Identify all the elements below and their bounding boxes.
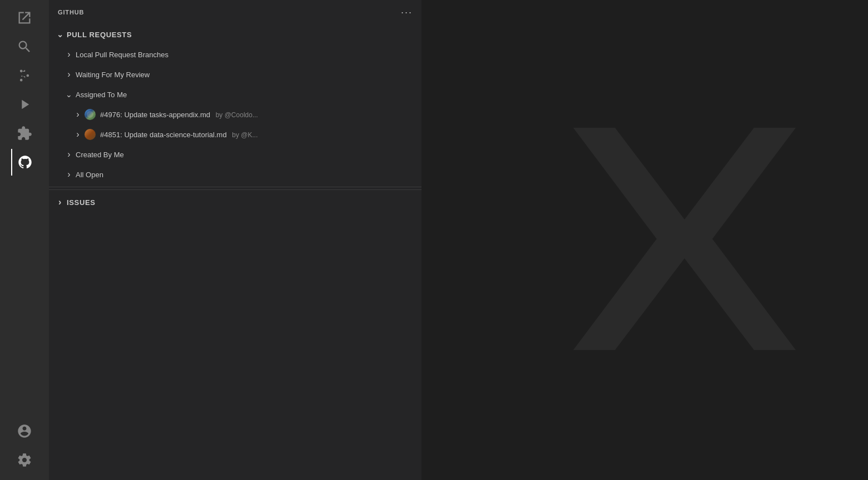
all-open-label: All Open — [76, 171, 417, 179]
activity-item-explorer[interactable] — [11, 4, 38, 31]
all-open-chevron — [65, 170, 73, 179]
sidebar-header: GITHUB ··· — [49, 0, 421, 24]
vscode-background-logo — [545, 100, 824, 380]
activity-item-github[interactable] — [11, 149, 38, 176]
created-by-me-label: Created By Me — [76, 151, 417, 159]
activity-item-run[interactable] — [11, 91, 38, 118]
tree-item-local-branches[interactable]: Local Pull Request Branches — [49, 44, 421, 64]
tree-item-pr-4851[interactable]: #4851: Update data-science-tutorial.md b… — [49, 124, 421, 144]
activity-item-accounts[interactable] — [11, 418, 38, 444]
svg-marker-0 — [573, 128, 796, 350]
pr-4976-title: Update tasks-appendix.md — [124, 111, 210, 119]
issues-section: ISSUES — [49, 189, 421, 214]
pr-4851-label: #4851: Update data-science-tutorial.md b… — [100, 131, 417, 139]
pull-requests-label: PULL REQUESTS — [67, 31, 132, 39]
local-branches-label: Local Pull Request Branches — [76, 51, 417, 59]
sidebar-more-actions[interactable]: ··· — [401, 7, 413, 18]
activity-item-extensions[interactable] — [11, 120, 38, 147]
pr-4851-by: by @K... — [232, 131, 257, 139]
pr-4851-chevron — [73, 130, 82, 139]
main-area — [421, 0, 868, 480]
activity-item-search[interactable] — [11, 33, 38, 60]
issues-label: ISSUES — [67, 198, 96, 207]
tree-item-waiting-review[interactable]: Waiting For My Review — [49, 64, 421, 84]
assigned-to-me-chevron — [65, 90, 73, 99]
pr-4976-by: by @Cooldo... — [216, 111, 258, 119]
waiting-review-label: Waiting For My Review — [76, 71, 417, 79]
local-branches-chevron — [65, 50, 73, 59]
tree-item-assigned-to-me[interactable]: Assigned To Me — [49, 84, 421, 104]
assigned-to-me-label: Assigned To Me — [76, 91, 417, 99]
activity-bar — [0, 0, 49, 480]
pr-4976-number: #4976 — [100, 111, 120, 119]
waiting-review-chevron — [65, 70, 73, 79]
pull-requests-section-header[interactable]: PULL REQUESTS — [49, 24, 421, 44]
created-by-me-chevron — [65, 150, 73, 159]
pr-4976-avatar — [85, 109, 96, 120]
tree-item-created-by-me[interactable]: Created By Me — [49, 144, 421, 164]
activity-item-source-control[interactable] — [11, 62, 38, 89]
sidebar-title: GITHUB — [58, 9, 84, 16]
pr-4976-chevron — [73, 110, 82, 119]
tree-item-pr-4976[interactable]: #4976: Update tasks-appendix.md by @Cool… — [49, 104, 421, 124]
pr-4851-avatar — [85, 129, 96, 140]
pr-4851-number: #4851 — [100, 131, 120, 139]
issues-section-header[interactable]: ISSUES — [49, 192, 421, 212]
sidebar-divider — [49, 187, 421, 187]
tree-container: PULL REQUESTS Local Pull Request Branche… — [49, 24, 421, 480]
pull-requests-chevron — [56, 30, 65, 39]
issues-chevron — [56, 198, 65, 207]
activity-item-settings[interactable] — [11, 447, 38, 473]
sidebar: GITHUB ··· PULL REQUESTS Local Pull Requ… — [49, 0, 421, 480]
pr-4851-title: Update data-science-tutorial.md — [124, 131, 226, 139]
pr-4976-label: #4976: Update tasks-appendix.md by @Cool… — [100, 111, 417, 119]
activity-bottom — [11, 418, 38, 480]
tree-item-all-open[interactable]: All Open — [49, 164, 421, 184]
